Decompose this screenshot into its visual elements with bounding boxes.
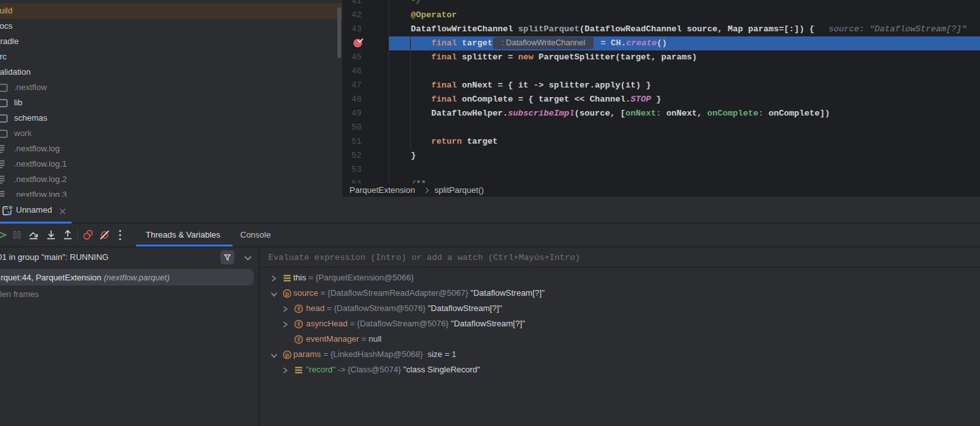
svg-text:p: p xyxy=(286,351,289,358)
svg-text:p: p xyxy=(286,290,289,297)
